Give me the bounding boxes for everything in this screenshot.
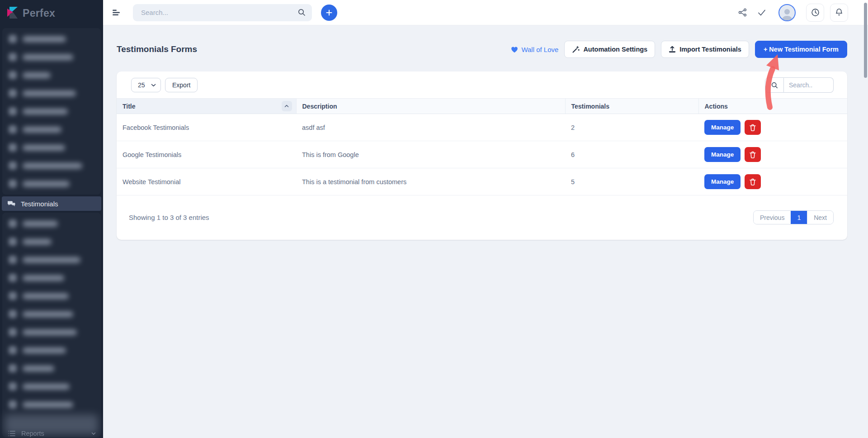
quick-create-button[interactable] (321, 5, 337, 21)
manage-button[interactable]: Manage (704, 147, 741, 162)
cell-actions: Manage (704, 147, 847, 162)
wall-of-love-link[interactable]: Wall of Love (511, 46, 558, 53)
blurred-label (23, 181, 70, 187)
blurred-icon (9, 256, 17, 264)
plus-icon (326, 9, 333, 16)
table-search-input[interactable] (784, 77, 834, 93)
blurred-icon (9, 71, 17, 79)
column-header-testimonials[interactable]: Testimonials (565, 99, 698, 114)
blurred-icon (9, 238, 17, 246)
sidebar-item-blurred[interactable] (2, 84, 101, 102)
trash-icon (750, 178, 756, 186)
sidebar-item-reports[interactable]: Reports (0, 424, 103, 438)
pagination-page-1[interactable]: 1 (791, 211, 807, 224)
sidebar-item-blurred[interactable] (2, 323, 101, 341)
sidebar-item-testimonials[interactable]: Testimonials (2, 196, 101, 211)
sidebar-item-blurred[interactable] (2, 102, 101, 120)
blurred-icon (9, 274, 17, 282)
blurred-label (23, 109, 68, 114)
blurred-icon (9, 219, 17, 228)
automation-settings-button[interactable]: Automation Settings (564, 41, 655, 58)
sidebar-item-blurred[interactable] (2, 48, 101, 66)
share-icon[interactable] (738, 8, 747, 17)
import-testimonials-button[interactable]: Import Testimonials (661, 41, 749, 58)
sidebar-item-blurred[interactable] (2, 175, 101, 193)
cell-description: asdf asf (296, 114, 565, 141)
search-icon (771, 82, 778, 89)
delete-button[interactable] (745, 120, 761, 135)
blurred-label (23, 402, 73, 408)
blurred-icon (9, 143, 17, 152)
check-tasks-icon[interactable] (758, 9, 766, 16)
sidebar-item-blurred[interactable] (2, 341, 101, 359)
sidebar-item-blurred[interactable] (2, 359, 101, 377)
global-search (133, 4, 312, 21)
blurred-label (23, 72, 51, 78)
column-header-label: Testimonials (571, 103, 610, 110)
main-content: Testimonials Forms Wall of Love Automati… (103, 25, 868, 438)
column-header-title[interactable]: Title (117, 99, 296, 114)
manage-button[interactable]: Manage (704, 174, 741, 189)
sidebar-item-blurred[interactable] (2, 214, 101, 233)
table-row: Website Testimonial This is a testimonia… (117, 168, 847, 195)
blurred-label (23, 36, 66, 42)
blurred-label (23, 239, 52, 245)
table-search-icon-button[interactable] (765, 77, 784, 93)
delete-button[interactable] (745, 174, 761, 189)
avatar[interactable] (778, 4, 796, 21)
upload-icon (669, 46, 676, 53)
table-row: Facebook Testimonials asdf asf 2 Manage (117, 114, 847, 141)
sidebar-item-blurred[interactable] (2, 251, 101, 269)
global-search-input[interactable] (141, 9, 298, 16)
sidebar-item-blurred[interactable] (2, 138, 101, 157)
perfex-logo-icon (7, 6, 18, 20)
new-testimonial-form-button[interactable]: + New Testimonial Form (755, 41, 847, 58)
notifications-button[interactable] (830, 4, 848, 22)
app-logo[interactable]: Perfex (0, 0, 103, 26)
delete-button[interactable] (745, 147, 761, 162)
sidebar-item-label: Reports (21, 430, 44, 437)
sidebar-item-blurred[interactable] (2, 120, 101, 138)
table-footer: Showing 1 to 3 of 3 entries Previous 1 N… (117, 210, 847, 224)
column-header-description[interactable]: Description (296, 99, 565, 114)
blurred-label (23, 275, 64, 281)
sidebar-item-blurred[interactable] (2, 66, 101, 84)
blurred-label (23, 348, 66, 353)
blurred-icon (9, 125, 17, 133)
sidebar-item-blurred[interactable] (2, 269, 101, 287)
sidebar-item-blurred[interactable] (2, 287, 101, 305)
search-icon[interactable] (298, 9, 306, 16)
cell-title: Google Testimonials (117, 141, 296, 168)
new-testimonial-form-label: + New Testimonial Form (764, 46, 839, 53)
sidebar-item-blurred[interactable] (2, 157, 101, 175)
column-header-actions: Actions (698, 99, 847, 114)
page-length-select[interactable]: 25 (131, 78, 161, 92)
sidebar-item-blurred[interactable] (2, 377, 101, 395)
blurred-label (23, 221, 58, 227)
cell-actions: Manage (704, 174, 847, 189)
blurred-icon (9, 292, 17, 300)
pagination-previous[interactable]: Previous (754, 211, 791, 224)
blurred-icon (9, 162, 17, 170)
blurred-label (23, 127, 61, 133)
blurred-icon (9, 328, 17, 336)
manage-button[interactable]: Manage (704, 120, 741, 135)
blurred-label (23, 163, 82, 169)
menu-toggle-icon[interactable] (112, 10, 121, 16)
import-testimonials-label: Import Testimonials (679, 46, 741, 53)
automation-settings-label: Automation Settings (583, 46, 647, 53)
blurred-icon (9, 89, 17, 97)
column-header-label: Description (302, 103, 337, 110)
sidebar-item-blurred[interactable] (2, 233, 101, 251)
person-silhouette-icon (780, 8, 794, 20)
page-scrollbar[interactable] (864, 3, 867, 78)
timesheet-clock-button[interactable] (806, 4, 824, 22)
export-button[interactable]: Export (165, 78, 198, 92)
sort-ascending-button[interactable] (282, 101, 292, 111)
wall-of-love-label: Wall of Love (521, 46, 558, 53)
sidebar-item-blurred[interactable] (2, 305, 101, 323)
trash-icon (750, 151, 756, 158)
sidebar-item-blurred[interactable] (2, 395, 101, 414)
pagination-next[interactable]: Next (807, 211, 833, 224)
sidebar-item-blurred[interactable] (2, 30, 101, 48)
